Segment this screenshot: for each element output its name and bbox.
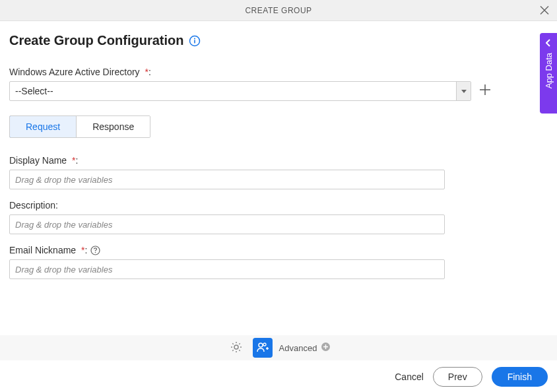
plus-circle-icon bbox=[321, 342, 331, 354]
page-title: Create Group Configuration bbox=[9, 33, 183, 48]
finish-button[interactable]: Finish bbox=[492, 367, 548, 387]
prev-button[interactable]: Prev bbox=[433, 367, 482, 387]
gear-icon bbox=[230, 341, 243, 356]
display-name-group: Display Name *: bbox=[9, 155, 548, 189]
email-nickname-group: Email Nickname *: bbox=[9, 245, 548, 279]
directory-row: --Select-- bbox=[9, 81, 548, 101]
chevron-down-icon bbox=[456, 82, 471, 100]
settings-button[interactable] bbox=[226, 338, 246, 358]
chevron-left-icon bbox=[546, 38, 551, 49]
footer-actions: Cancel Prev Finish bbox=[395, 367, 548, 387]
app-data-label: App Data bbox=[544, 53, 554, 88]
group-add-icon bbox=[256, 341, 269, 356]
svg-point-1 bbox=[194, 38, 195, 39]
info-icon[interactable] bbox=[189, 35, 201, 47]
advanced-toggle[interactable]: Advanced bbox=[279, 342, 331, 354]
description-input[interactable] bbox=[9, 214, 445, 234]
dialog-title: CREATE GROUP bbox=[245, 6, 311, 15]
svg-point-5 bbox=[234, 345, 238, 349]
add-directory-button[interactable] bbox=[478, 84, 492, 98]
svg-point-4 bbox=[95, 251, 96, 253]
group-mode-button[interactable] bbox=[253, 338, 273, 358]
description-label: Description: bbox=[9, 200, 548, 211]
cancel-button[interactable]: Cancel bbox=[395, 372, 424, 382]
content-area: Create Group Configuration Windows Azure… bbox=[0, 21, 557, 279]
directory-select[interactable]: --Select-- bbox=[9, 81, 471, 101]
help-icon[interactable] bbox=[90, 245, 100, 255]
tabs: Request Response bbox=[9, 115, 150, 138]
directory-label: Windows Azure Active Directory *: bbox=[9, 67, 548, 77]
advanced-label: Advanced bbox=[279, 343, 317, 353]
page-title-row: Create Group Configuration bbox=[9, 33, 548, 48]
dialog-header: CREATE GROUP bbox=[0, 0, 557, 21]
svg-point-6 bbox=[259, 343, 263, 347]
tab-request[interactable]: Request bbox=[9, 115, 77, 138]
email-nickname-label: Email Nickname *: bbox=[9, 245, 548, 255]
close-button[interactable] bbox=[540, 3, 549, 18]
tab-response[interactable]: Response bbox=[76, 116, 150, 137]
svg-point-7 bbox=[263, 343, 266, 346]
directory-select-value: --Select-- bbox=[10, 82, 456, 100]
close-icon bbox=[540, 3, 549, 17]
svg-rect-2 bbox=[195, 40, 196, 43]
app-data-panel-toggle[interactable]: App Data bbox=[540, 33, 557, 114]
plus-icon bbox=[479, 82, 491, 100]
display-name-label: Display Name *: bbox=[9, 155, 548, 166]
email-nickname-input[interactable] bbox=[9, 259, 445, 279]
description-group: Description: bbox=[9, 200, 548, 234]
display-name-input[interactable] bbox=[9, 170, 445, 189]
bottom-toolbar: Advanced bbox=[0, 335, 557, 360]
